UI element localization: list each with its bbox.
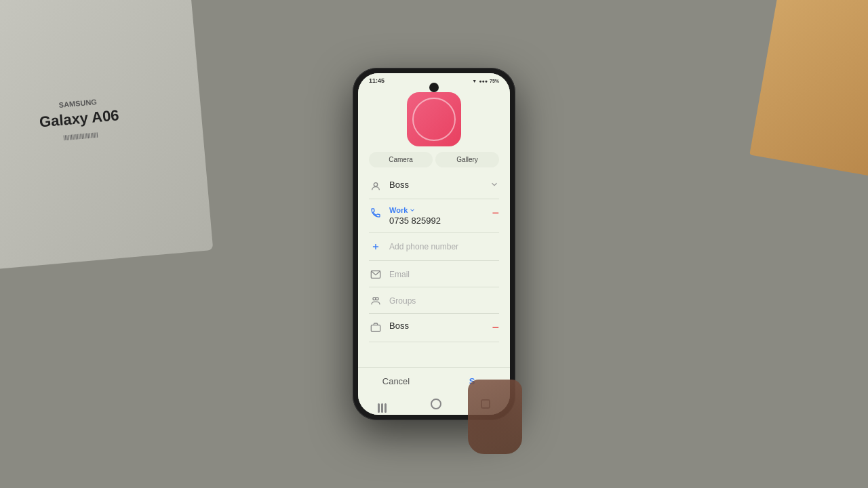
plus-icon <box>369 240 382 253</box>
briefcase-icon <box>369 322 382 333</box>
home-nav-icon[interactable] <box>431 399 441 409</box>
avatar-section: Camera Gallery <box>358 85 510 173</box>
company-row: Boss − <box>369 314 499 342</box>
contact-form: Boss <box>358 173 510 367</box>
name-field[interactable]: Boss <box>389 180 484 190</box>
email-icon <box>369 269 382 280</box>
phone-icon <box>369 207 382 218</box>
groups-placeholder: Groups <box>389 296 416 306</box>
company-field[interactable]: Boss <box>389 321 486 331</box>
camera-notch <box>429 83 439 92</box>
back-nav-icon[interactable] <box>378 403 391 405</box>
status-icons: ▼ ●●● 75% <box>472 79 499 83</box>
signal-icon: ▼ <box>472 79 477 83</box>
phone-body: 11:45 ▼ ●●● 75% Camera Gallery <box>353 68 515 420</box>
wifi-icon: ●●● <box>479 79 488 83</box>
phone-type-label[interactable]: Work <box>389 206 486 214</box>
person-icon <box>369 181 382 192</box>
name-value: Boss <box>389 180 484 190</box>
groups-row: Groups <box>369 287 499 314</box>
company-value: Boss <box>389 321 486 331</box>
phone-device: 11:45 ▼ ●●● 75% Camera Gallery <box>353 68 515 420</box>
groups-icon <box>369 296 382 306</box>
name-expand-icon[interactable] <box>490 180 499 192</box>
add-phone-label: Add phone number <box>389 242 458 251</box>
status-time: 11:45 <box>369 77 384 84</box>
gallery-button[interactable]: Gallery <box>435 152 499 167</box>
hand-overlay <box>468 380 522 454</box>
phone-number: 0735 825992 <box>389 216 486 226</box>
svg-rect-6 <box>371 325 380 331</box>
cancel-button[interactable]: Cancel <box>358 368 434 394</box>
email-field[interactable]: Email <box>389 268 499 280</box>
camera-button[interactable]: Camera <box>369 152 433 167</box>
photo-buttons-row: Camera Gallery <box>358 152 510 167</box>
name-row: Boss <box>369 173 499 199</box>
battery-icon: 75% <box>490 79 499 83</box>
email-row: Email <box>369 261 499 287</box>
email-placeholder: Email <box>389 270 410 279</box>
phone-row: Work 0735 825992 − <box>369 199 499 233</box>
add-phone-row[interactable]: Add phone number <box>369 233 499 261</box>
svg-point-5 <box>376 298 378 300</box>
phone-field[interactable]: Work 0735 825992 <box>389 206 486 226</box>
phone-screen: 11:45 ▼ ●●● 75% Camera Gallery <box>358 73 510 415</box>
remove-phone-button[interactable]: − <box>492 206 499 220</box>
svg-point-0 <box>374 183 377 186</box>
avatar[interactable] <box>407 92 461 146</box>
groups-field[interactable]: Groups <box>389 294 499 306</box>
samsung-box: SAMSUNG Galaxy A06 |||||||||||||||||||||… <box>0 0 213 271</box>
remove-company-button[interactable]: − <box>492 321 499 335</box>
